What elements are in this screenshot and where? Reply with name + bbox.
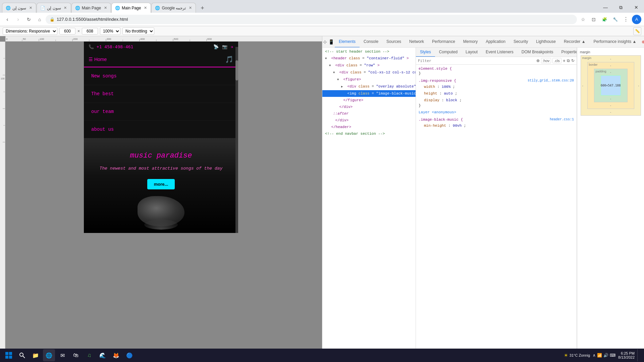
filter-pseudo[interactable]: :hov	[541, 58, 551, 63]
tab-application[interactable]: Application	[482, 36, 509, 48]
taskbar-app-mail[interactable]: ✉	[56, 349, 68, 361]
tab-elements[interactable]: Elements	[335, 36, 360, 48]
border-label: border	[589, 63, 598, 66]
tab-new[interactable]: +	[198, 3, 207, 13]
tab-recorder[interactable]: Recorder ▲	[560, 36, 590, 48]
taskbar-app-browser[interactable]: 🌐	[43, 349, 55, 361]
tab2-close[interactable]: ✕	[63, 5, 68, 11]
forward-button[interactable]: ›	[13, 15, 23, 24]
music-source[interactable]: header.css:1	[550, 118, 574, 122]
tab-performance[interactable]: Performance	[428, 36, 459, 48]
taskbar-app-chrome[interactable]: 🔵	[123, 349, 136, 361]
dom-line-close-div[interactable]: </div>	[322, 104, 416, 110]
tab-lighthouse[interactable]: Lighthouse	[532, 36, 560, 48]
reload-button[interactable]: ↻	[24, 15, 34, 24]
filter-add-rule[interactable]: +	[563, 58, 566, 63]
subtab-properties[interactable]: Properties	[557, 48, 577, 57]
menu-item-about[interactable]: about us	[84, 121, 238, 138]
start-button[interactable]	[3, 349, 15, 361]
more-button[interactable]: more...	[147, 179, 175, 189]
tab-security[interactable]: Security	[509, 36, 532, 48]
zoom-select[interactable]: 100%	[100, 27, 120, 35]
clock[interactable]: 6:25 PM 8/13/2022	[618, 351, 635, 359]
tab-perf-insights[interactable]: Performance insights ▲	[590, 36, 641, 48]
dom-line-close-figure[interactable]: </figure>	[322, 97, 416, 104]
tab-sources[interactable]: Sources	[382, 36, 405, 48]
window-close[interactable]: ✕	[629, 2, 644, 13]
img-responsive-source[interactable]: stily_grid_.stem.css:20	[528, 79, 574, 83]
chevron-icon[interactable]: ∧	[593, 353, 596, 358]
dom-line-after[interactable]: ::after	[322, 110, 416, 117]
dom-line-row[interactable]: ▼ <div class = "row" >	[322, 62, 416, 69]
network-icon[interactable]: 📶	[597, 353, 602, 358]
throttle-select[interactable]: No throttling	[122, 27, 154, 35]
taskbar-app-file[interactable]: 📁	[30, 349, 42, 361]
filter-refresh-icon[interactable]: ↻	[571, 58, 575, 63]
tab-network[interactable]: Network	[405, 36, 428, 48]
width-input[interactable]	[59, 28, 75, 35]
subtab-computed[interactable]: Computed	[435, 48, 462, 57]
home-button[interactable]: ⌂	[35, 15, 44, 24]
tab3-close[interactable]: ✕	[103, 5, 108, 11]
tab-5[interactable]: 🌐 Google ترجمه ✕	[151, 3, 196, 13]
tab-3[interactable]: 🌐 Main Page ✕	[71, 3, 111, 13]
more-options[interactable]: ⋮	[621, 15, 631, 24]
taskbar: 📁 🌐 ✉ 🛍 ♫ 🌊 🦊 🔵 ☀ 31°C Zonnig ∧ 📶 🔊 ⌨ 6:…	[0, 349, 644, 362]
dom-line-close-row[interactable]: </div>	[322, 117, 416, 124]
minheight-prop: min-height	[424, 124, 446, 128]
devtools-inspect-toggle[interactable]: ⊹	[323, 37, 327, 47]
devtools-icon[interactable]: 🔧	[610, 15, 620, 24]
tab5-label: Google ترجمه	[162, 6, 186, 10]
cast-icon[interactable]: ⊡	[589, 15, 598, 24]
tab-memory[interactable]: Memory	[459, 36, 482, 48]
tab-4[interactable]: 🌐 Main Page ✕	[111, 3, 151, 13]
keyboard-icon[interactable]: ⌨	[610, 353, 615, 358]
filter-class-btn[interactable]: .cls	[552, 58, 561, 63]
tab-1[interactable]: 🌐 سون لِن ✕	[2, 3, 36, 13]
dom-line-header[interactable]: ▼ <header class = "container-fluid" >	[322, 55, 416, 62]
styles-filter-input[interactable]	[418, 59, 535, 63]
volume-icon[interactable]: 🔊	[603, 353, 608, 358]
window-restore[interactable]: ⧉	[613, 2, 629, 13]
filter-copy-icon[interactable]: ⧉	[567, 58, 570, 63]
tab1-close[interactable]: ✕	[28, 5, 33, 11]
menu-item-new-songs[interactable]: New songs	[84, 67, 238, 85]
layer-label[interactable]: Layer <anonymous>	[419, 110, 574, 114]
devtools-device-toggle[interactable]: 📱	[328, 37, 334, 47]
taskbar-app-ff[interactable]: 🦊	[110, 349, 122, 361]
dom-line-col[interactable]: ▼ <div class = "col-xs-12 col-s-12 col-m…	[322, 69, 416, 76]
url-bar[interactable]: 🔒 127.0.0.1:5500/asset/html/index.html	[46, 15, 577, 24]
show-desktop[interactable]	[637, 349, 639, 361]
style-rule-minheight: min-height : 90vh ;	[419, 122, 574, 129]
menu-item-team[interactable]: our team	[84, 103, 238, 121]
hamburger-menu[interactable]: ☰ Home	[89, 57, 107, 62]
tab-console[interactable]: Console	[360, 36, 382, 48]
taskbar-app-music[interactable]: ♫	[83, 349, 95, 361]
bookmarks-icon[interactable]: ☆	[578, 15, 588, 24]
subtab-dom-breakpoints[interactable]: DOM Breakpoints	[518, 48, 557, 57]
subtab-styles[interactable]: Styles	[416, 48, 435, 57]
height-input[interactable]	[82, 28, 98, 35]
menu-item-best[interactable]: The best	[84, 85, 238, 103]
back-button[interactable]: ‹	[3, 15, 12, 24]
dom-line-img[interactable]: <img class = "image-black-music img-resp…	[322, 90, 416, 97]
scrollbar-thumb[interactable]	[235, 60, 238, 80]
subtab-event-listeners[interactable]: Event Listeners	[482, 48, 518, 57]
dom-line-figure[interactable]: ▼ <figure>	[322, 76, 416, 83]
taskbar-app-edge[interactable]: 🌊	[97, 349, 109, 361]
window-minimize[interactable]: —	[598, 2, 613, 13]
tab-2[interactable]: 📄 سون لِن ✕	[37, 3, 71, 13]
dimensions-select[interactable]: Dimensions: Responsive	[3, 27, 57, 35]
subtab-layout[interactable]: Layout	[462, 48, 482, 57]
extensions-icon[interactable]: 🧩	[600, 15, 609, 24]
tab4-close[interactable]: ✕	[143, 5, 148, 11]
preview-right-handle[interactable]	[238, 42, 241, 362]
taskbar-app-store[interactable]: 🛍	[70, 349, 82, 361]
colon4: :	[448, 124, 453, 128]
dom-line-close-header[interactable]: </header>	[322, 124, 416, 130]
tab5-close[interactable]: ✕	[187, 5, 193, 11]
dom-line-overlay[interactable]: ▶ <div class = "overlay absolute" >…</di…	[322, 83, 416, 90]
profile-button[interactable]: A	[632, 15, 641, 24]
ruler-toggle[interactable]: 📏	[633, 27, 641, 35]
search-taskbar[interactable]	[16, 349, 28, 361]
